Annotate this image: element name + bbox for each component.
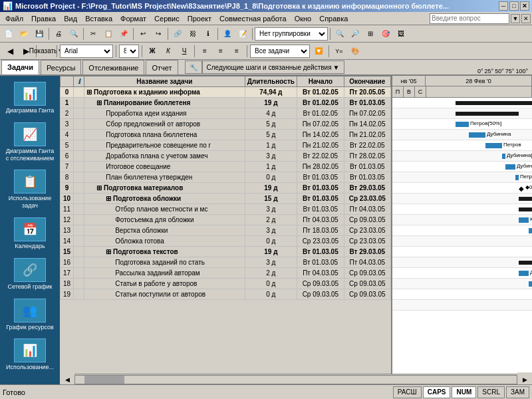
gantt-bar[interactable] (519, 217, 529, 223)
scroll-task-button[interactable]: 🎯 (378, 27, 393, 41)
task-name[interactable]: Верстка обложки (84, 225, 245, 236)
table-row[interactable]: 5 Предварительное совещение по г 1 д Пн … (61, 140, 391, 151)
task-name[interactable]: Статьи в работе у авторов (84, 279, 245, 289)
gantt-bar[interactable] (456, 112, 519, 116)
task-name[interactable]: Подготовка плана бюллетена (84, 130, 245, 140)
table-row[interactable]: 14 Обложка готова 0 д Ср 23.03.05 Ср 23.… (61, 236, 391, 247)
menu-window[interactable]: Окно (291, 13, 316, 24)
table-row[interactable]: 16 Подготовка заданий по стать 3 д Вт 01… (61, 257, 391, 268)
tab-resources[interactable]: Ресурсы (41, 60, 81, 74)
sidebar-item-network[interactable]: 🔗 Сетевой график (3, 255, 57, 294)
sidebar-item-calendar[interactable]: 📅 Календарь (3, 214, 57, 253)
col-header-start[interactable]: Начало (297, 76, 344, 87)
bold-button[interactable]: Ж (145, 44, 160, 59)
table-row[interactable]: 2 Проработка идеи издания 4 д Вт 01.02.0… (61, 108, 391, 119)
table-row[interactable]: 18 Статьи в работе у авторов 0 д Ср 09.0… (61, 279, 391, 289)
font-combo[interactable]: Arial (60, 45, 113, 58)
table-row[interactable]: 0 ⊞ Подготовка к изданию информа 74,94 д… (61, 87, 391, 98)
copy-button[interactable]: 📋 (101, 27, 116, 41)
underline-button[interactable]: Ч (177, 44, 192, 59)
table-row[interactable]: 1 ⊞ Планирование бюллетеня 19 д Вт 01.02… (61, 98, 391, 108)
table-row[interactable]: 6 Доработка плана с учетом замеч 3 д Вт … (61, 151, 391, 162)
col-header-name[interactable]: Название задачи (84, 76, 245, 87)
align-center-button[interactable]: ≡ (213, 44, 228, 59)
sidebar-item-gantt[interactable]: 📊 Диаграмма Ганта (3, 78, 57, 118)
task-name[interactable]: Обложка готова (84, 236, 245, 247)
gantt-bar[interactable] (456, 101, 532, 105)
task-name[interactable]: Проработка идеи издания (84, 108, 245, 119)
sidebar-item-task-usage[interactable]: 📋 Использование задач (3, 166, 57, 213)
menu-view[interactable]: Вид (60, 13, 81, 24)
task-name[interactable]: Статьи поступили от авторов (84, 289, 245, 300)
zoom-fit-button[interactable]: ⊞ (363, 27, 378, 41)
task-name[interactable]: Фотосъемка для обложки (84, 215, 245, 225)
scroll-thumb[interactable] (84, 376, 124, 384)
gantt-bar[interactable] (485, 143, 502, 148)
tab-tasks[interactable]: Задачи (1, 60, 39, 74)
table-row[interactable]: 3 Сбор предложений от авторов 5 д Пн 07.… (61, 119, 391, 130)
gantt-bar[interactable] (502, 154, 505, 159)
redo-button[interactable]: ↪ (151, 27, 166, 41)
menu-edit[interactable]: Правка (27, 13, 60, 24)
task-name[interactable]: Рассылка заданий авторам (84, 268, 245, 279)
gantt-bar[interactable] (519, 261, 532, 265)
task-name[interactable]: ⊞ Подготовка текстов (84, 247, 245, 257)
menu-service[interactable]: Сервис (150, 13, 184, 24)
task-name[interactable]: Доработка плана с учетом замеч (84, 151, 245, 162)
menu-insert[interactable]: Вставка (81, 13, 116, 24)
unlink-button[interactable]: ⛓ (186, 27, 200, 41)
task-name[interactable]: Сбор предложений от авторов (84, 119, 245, 130)
notes-button[interactable]: 📝 (235, 27, 250, 41)
paste-button[interactable]: 📌 (116, 27, 131, 41)
sidebar-item-usage2[interactable]: 📊 Использование... (3, 335, 57, 374)
link-button[interactable]: 🔗 (170, 27, 185, 41)
sidebar-item-resource-graph[interactable]: 👥 График ресурсов (3, 295, 57, 334)
task-name[interactable]: Подготовка заданий по стать (84, 257, 245, 268)
scroll-left-button[interactable]: ◀ (60, 372, 74, 385)
grouping-combo[interactable]: Нет группировки (255, 27, 328, 41)
new-button[interactable]: 📄 (1, 27, 16, 41)
table-row[interactable]: 11 Отбор планов местности и мс 3 д Вт 01… (61, 204, 391, 215)
table-row[interactable]: 12 Фотосъемка для обложки 2 д Пт 04.03.0… (61, 215, 391, 225)
gantt-bar[interactable] (519, 271, 529, 276)
next-steps-button[interactable]: Следующие шаги и связанные действия ▼ (202, 61, 344, 74)
undo-button[interactable]: ↩ (136, 27, 150, 41)
minimize-button[interactable]: ─ (499, 1, 508, 11)
table-row[interactable]: 13 Верстка обложки 3 д Пт 18.03.05 Ср 23… (61, 225, 391, 236)
format2-button[interactable]: 🎨 (348, 44, 362, 59)
menu-collab[interactable]: Совместная работа (215, 13, 291, 24)
maximize-button[interactable]: □ (509, 1, 519, 11)
gantt-bar[interactable] (505, 164, 515, 170)
table-row[interactable]: 15 ⊞ Подготовка текстов 19 д Вт 01.03.05… (61, 247, 391, 257)
fontsize-combo[interactable]: 8 (119, 45, 139, 58)
scroll-right-button[interactable]: ▶ (517, 372, 532, 385)
task-name[interactable]: Предварительное совещение по г (84, 140, 245, 151)
table-row[interactable]: 9 ⊞ Подготовка материалов 19 д Вт 01.03.… (61, 183, 391, 194)
task-name[interactable]: ⊞ Планирование бюллетеня (84, 98, 245, 108)
percent-button[interactable]: Y= (332, 44, 346, 59)
task-name[interactable]: Итоговое совещание (84, 162, 245, 172)
copy-img-button[interactable]: 🖼 (394, 27, 408, 41)
save-button[interactable]: 💾 (32, 27, 47, 41)
zoom-out-button[interactable]: 🔎 (348, 27, 362, 41)
gantt-bar[interactable] (519, 207, 532, 211)
tab-report[interactable]: Отчет (146, 60, 178, 74)
menu-format[interactable]: Формат (116, 13, 150, 24)
close-search-button[interactable]: ✕ (521, 14, 531, 23)
toolbar-toggle[interactable]: 🔧 (185, 61, 202, 74)
table-row[interactable]: 17 Рассылка заданий авторам 2 д Пт 04.03… (61, 268, 391, 279)
align-right-button[interactable]: ≡ (229, 44, 244, 59)
gantt-bar[interactable] (469, 132, 485, 138)
table-row[interactable]: 4 Подготовка плана бюллетена 5 д Пн 14.0… (61, 130, 391, 140)
search-input[interactable] (430, 13, 509, 24)
filter-icon[interactable]: 🔽 (311, 44, 326, 59)
task-name[interactable]: ⊞ Подготовка к изданию информа (84, 87, 245, 98)
table-row[interactable]: 19 Статьи поступили от авторов 0 д Ср 09… (61, 289, 391, 300)
show-dropdown-button[interactable]: Показать ▼ (39, 44, 54, 59)
menu-help[interactable]: Справка (315, 13, 352, 24)
menu-project[interactable]: Проект (184, 13, 215, 24)
table-row[interactable]: 10 ⊞ Подготовка обложки 15 д Вт 01.03.05… (61, 194, 391, 204)
task-name[interactable]: ⊞ Подготовка материалов (84, 183, 245, 194)
gantt-bar[interactable] (456, 122, 469, 127)
zoom-in-button[interactable]: 🔍 (332, 27, 347, 41)
